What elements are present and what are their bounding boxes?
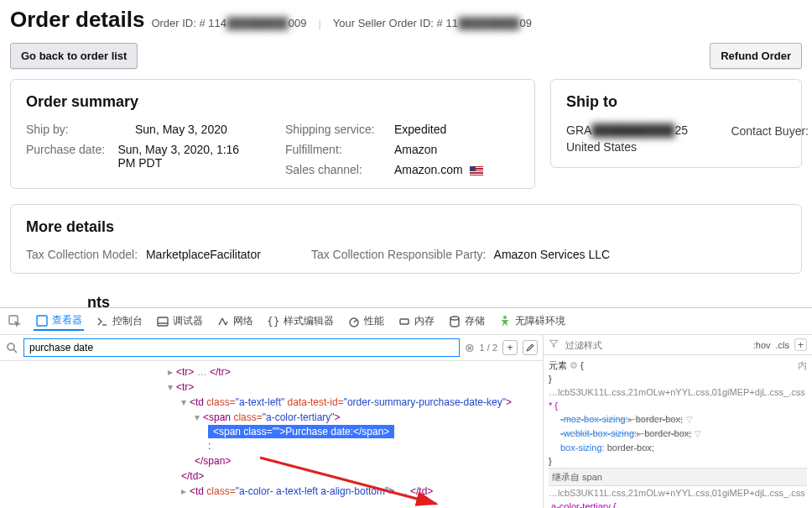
order-summary-heading: Order summary (26, 93, 519, 111)
dom-tree[interactable]: ▸<tr> … </tr> ▾<tr> ▾<td class="a-text-l… (0, 361, 543, 508)
styles-filter-input[interactable] (564, 339, 748, 351)
inherit-header: 继承自 span (549, 468, 807, 486)
tab-network[interactable]: 网络 (215, 312, 255, 330)
tax-model-label: Tax Collection Model: (26, 248, 138, 261)
ship-by-label: Ship by: (26, 123, 135, 136)
clear-search-icon[interactable]: ⊗ (465, 341, 475, 354)
order-id-label: Order ID: # 114████████009 (151, 17, 306, 29)
header-divider: | (313, 17, 325, 29)
us-flag-icon (470, 166, 483, 175)
svg-rect-4 (400, 319, 409, 324)
purchase-date-label: Purchase date: (26, 143, 117, 170)
svg-point-7 (8, 343, 14, 350)
shipping-service-value: Expedited (394, 123, 446, 136)
tab-inspector[interactable]: 查看器 (34, 312, 84, 331)
ship-by-value: Sun, May 3, 2020 (135, 123, 227, 136)
page-header: Order details Order ID: # 114████████009… (0, 0, 812, 38)
more-details-heading: More details (26, 218, 786, 236)
styles-pane[interactable]: 元素 ⚙ {内 } …lcbS3UK11L.css,21mOLw+nYYL.cs… (544, 355, 812, 508)
hov-toggle[interactable]: :hov (753, 340, 771, 350)
more-details-card: More details Tax Collection Model: Marke… (10, 204, 802, 274)
add-node-button[interactable]: + (502, 340, 518, 355)
order-summary-card: Order summary Ship by: Sun, May 3, 2020 … (10, 79, 535, 189)
sales-channel-label: Sales channel: (285, 163, 394, 176)
tax-model-value: MarketplaceFacilitator (146, 248, 261, 261)
tab-accessibility[interactable]: 无障碍环境 (497, 312, 567, 330)
fulfillment-value: Amazon (394, 143, 437, 156)
tax-party-value: Amazon Services LLC (494, 248, 611, 261)
search-icon (5, 341, 18, 354)
svg-point-5 (450, 317, 459, 320)
devtools-panel: 查看器 控制台 调试器 网络 {} 样式编辑器 性能 内存 存储 (0, 307, 812, 508)
refund-button[interactable]: Refund Order (710, 43, 802, 69)
tab-debugger[interactable]: 调试器 (154, 312, 205, 330)
add-rule-button[interactable]: + (794, 338, 807, 351)
svg-point-6 (503, 316, 507, 319)
selected-dom-node[interactable]: <span class="">Purchase date:</span> (208, 425, 394, 438)
page-title: Order details (10, 7, 144, 33)
tab-style-editor[interactable]: {} 样式编辑器 (265, 312, 336, 330)
devtools-toolbar: 查看器 控制台 调试器 网络 {} 样式编辑器 性能 内存 存储 (0, 308, 812, 335)
tab-memory[interactable]: 内存 (396, 312, 436, 330)
ship-to-heading: Ship to (566, 93, 786, 111)
devtools-search-row: ⊗ 1 / 2 + (0, 335, 543, 361)
back-button[interactable]: Go back to order list (10, 43, 138, 69)
ship-to-country: United States (566, 139, 786, 156)
search-match-count: 1 / 2 (480, 343, 497, 353)
tab-performance[interactable]: 性能 (346, 312, 386, 330)
svg-rect-2 (158, 317, 168, 326)
contact-buyer-label: Contact Buyer: (731, 124, 809, 138)
tax-party-label: Tax Collection Responsible Party: (311, 248, 487, 261)
fulfillment-label: Fulfillment: (285, 143, 394, 156)
cls-toggle[interactable]: .cls (776, 340, 790, 350)
seller-order-id-label: Your Seller Order ID: # 11████████09 (333, 17, 532, 29)
svg-rect-1 (37, 316, 47, 326)
tab-console[interactable]: 控制台 (94, 312, 144, 330)
svg-point-3 (350, 318, 358, 327)
element-picker-icon[interactable] (7, 313, 23, 330)
truncated-heading: nts (10, 289, 802, 312)
funnel-icon (549, 338, 559, 351)
styles-filter-row: :hov .cls + (544, 335, 812, 355)
tab-storage[interactable]: 存储 (446, 312, 487, 330)
eyedropper-button[interactable] (523, 340, 538, 355)
purchase-date-value: Sun, May 3, 2020, 1:16 PM PDT (117, 143, 260, 170)
shipping-service-label: Shipping service: (285, 123, 394, 136)
sales-channel-value: Amazon.com (394, 163, 483, 176)
gear-icon[interactable]: ⚙ (570, 360, 578, 370)
devtools-search-input[interactable] (23, 338, 460, 357)
